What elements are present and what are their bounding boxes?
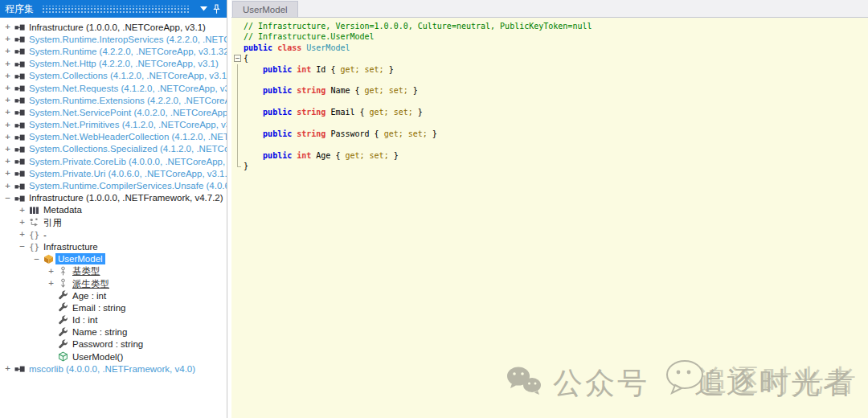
tree-item[interactable]: +System.Net.Requests (4.1.2.0, .NETCoreA… (0, 82, 227, 94)
expand-icon[interactable]: + (2, 157, 13, 166)
panel-drag-grip[interactable] (42, 6, 190, 13)
expand-icon[interactable]: + (2, 364, 13, 373)
expand-icon[interactable]: + (2, 182, 13, 191)
tree-item-label[interactable]: Infrastructure (1.0.0.0, .NETFramework, … (27, 192, 226, 203)
expand-icon[interactable]: + (2, 59, 13, 68)
tree-item-label[interactable]: - (41, 229, 49, 240)
chevron-down-icon[interactable] (198, 2, 209, 15)
expand-icon[interactable]: + (17, 206, 27, 215)
tree-item[interactable]: +{}- (0, 228, 227, 240)
tree-item[interactable]: +System.Net.ServicePoint (4.0.2.0, .NETC… (0, 106, 227, 118)
property-icon (56, 302, 70, 314)
expand-icon[interactable]: + (2, 96, 13, 104)
tree-item[interactable]: +System.Runtime.InteropServices (4.2.2.0… (0, 33, 227, 45)
tree-item-label[interactable]: System.Collections (4.1.2.0, .NETCoreApp… (27, 70, 227, 81)
tree-item[interactable]: −{}Infrastructure (0, 240, 227, 252)
tree-item[interactable]: +System.Net.Http (4.2.2.0, .NETCoreApp, … (0, 58, 227, 70)
code-token: int (297, 151, 311, 160)
tree-item-label[interactable]: System.Net.WebHeaderCollection (4.1.2.0,… (27, 131, 227, 142)
tree-item[interactable]: Id : int (0, 314, 227, 326)
tree-item-label[interactable]: System.Runtime.CompilerServices.Unsafe (… (27, 180, 227, 191)
tree-item[interactable]: +System.Runtime.CompilerServices.Unsafe … (0, 179, 227, 191)
collapse-icon[interactable]: − (17, 242, 27, 251)
tree-item[interactable]: −Infrastructure (1.0.0.0, .NETFramework,… (0, 192, 227, 204)
expand-icon[interactable]: + (2, 121, 13, 129)
tree-item-label[interactable]: System.Net.Requests (4.1.2.0, .NETCoreAp… (27, 83, 227, 94)
tree-item-label[interactable]: Infrastructure (1.0.0.0, .NETCoreApp, v3… (27, 22, 208, 33)
expand-icon[interactable]: + (2, 47, 13, 55)
expand-icon[interactable]: + (46, 279, 56, 288)
tree-item[interactable]: UserModel() (0, 350, 227, 363)
svg-text:{}: {} (29, 230, 39, 240)
assembly-icon (13, 156, 27, 167)
tree-item[interactable]: +派生类型 (0, 277, 227, 289)
expand-icon[interactable]: + (2, 35, 13, 43)
tree-item[interactable]: +System.Collections.Specialized (4.1.2.0… (0, 143, 227, 155)
tree-item-label[interactable]: Password : string (70, 338, 145, 350)
tree-item[interactable]: +mscorlib (4.0.0.0, .NETFramework, v4.0) (0, 363, 227, 375)
tree-item[interactable]: Email : string (0, 301, 227, 314)
tree-item-label[interactable]: System.Runtime.InteropServices (4.2.2.0,… (27, 34, 227, 45)
property-icon (56, 338, 70, 350)
code-line: public string Name { get; set; } (233, 85, 868, 96)
expand-icon[interactable]: + (2, 72, 13, 80)
expand-icon[interactable]: + (17, 230, 27, 239)
tree-item[interactable]: −UserModel (0, 253, 227, 265)
tree-item-label[interactable]: System.Runtime.Extensions (4.2.2.0, .NET… (27, 95, 227, 106)
tree-item[interactable]: +Infrastructure (1.0.0.0, .NETCoreApp, v… (0, 21, 227, 33)
tree-item-label[interactable]: UserModel() (70, 351, 125, 363)
tree-item-label[interactable]: System.Private.CoreLib (4.0.0.0, .NETCor… (27, 156, 227, 167)
tree-item-label[interactable]: mscorlib (4.0.0.0, .NETFramework, v4.0) (27, 363, 198, 375)
expand-icon[interactable]: + (2, 108, 13, 117)
tree-item-label[interactable]: UserModel (55, 253, 105, 264)
tree-item[interactable]: +System.Private.Uri (4.0.6.0, .NETCoreAp… (0, 167, 227, 179)
references-icon (27, 217, 41, 228)
expand-icon[interactable]: + (2, 23, 13, 31)
expand-icon[interactable]: + (2, 133, 13, 141)
tree-item[interactable]: +基类型 (0, 265, 227, 277)
tab-usermodel[interactable]: UserModel (232, 1, 298, 17)
tree-item-label[interactable]: System.Net.Primitives (4.1.2.0, .NETCore… (27, 119, 227, 130)
tree-item-label[interactable]: System.Net.Http (4.2.2.0, .NETCoreApp, v… (27, 58, 221, 69)
tree-item[interactable]: +引用 (0, 216, 227, 228)
code-view[interactable]: // Infrastructure, Version=1.0.0.0, Cult… (231, 18, 868, 418)
expand-icon[interactable]: + (17, 218, 27, 227)
code-line (233, 75, 868, 85)
tree-item-label[interactable]: 引用 (41, 217, 64, 228)
tree-item[interactable]: +System.Runtime (4.2.2.0, .NETCoreApp, v… (0, 45, 227, 57)
tree-item-label[interactable]: Age : int (70, 290, 108, 301)
tree-item-label[interactable]: System.Collections.Specialized (4.1.2.0,… (27, 143, 227, 154)
tree-item-label[interactable]: System.Net.ServicePoint (4.0.2.0, .NETCo… (27, 107, 227, 118)
tree-item[interactable]: +System.Collections (4.1.2.0, .NETCoreAp… (0, 70, 227, 82)
code-token: public (263, 129, 297, 138)
assemblies-panel-header[interactable]: 程序集 (0, 0, 227, 18)
tree-item-label[interactable]: 基类型 (70, 265, 103, 277)
tab-label: UserModel (243, 5, 288, 14)
tree-item-label[interactable]: Infrastructure (41, 241, 100, 252)
tree-item[interactable]: +System.Private.CoreLib (4.0.0.0, .NETCo… (0, 155, 227, 167)
expand-icon[interactable]: + (2, 169, 13, 178)
wechat-icon (505, 365, 543, 400)
tree-item-label[interactable]: System.Runtime (4.2.2.0, .NETCoreApp, v3… (27, 46, 227, 57)
tree-item[interactable]: +System.Net.WebHeaderCollection (4.1.2.0… (0, 131, 227, 143)
expand-icon[interactable]: + (2, 145, 13, 154)
expand-icon[interactable]: + (2, 84, 13, 92)
tree-item[interactable]: +System.Runtime.Extensions (4.2.2.0, .NE… (0, 94, 227, 106)
collapse-icon[interactable]: − (31, 255, 42, 264)
code-token: UserModel (306, 43, 350, 52)
tree-item-label[interactable]: Id : int (70, 314, 100, 326)
tree-item[interactable]: Name : string (0, 326, 227, 338)
fold-marker[interactable]: − (233, 53, 244, 64)
tree-item[interactable]: Age : int (0, 289, 227, 301)
tree-item-label[interactable]: 派生类型 (70, 278, 112, 289)
tree-item-label[interactable]: Metadata (41, 204, 84, 215)
tree-item[interactable]: +Metadata (0, 204, 227, 216)
tree-item-label[interactable]: Name : string (70, 326, 129, 338)
tree-item[interactable]: +System.Net.Primitives (4.1.2.0, .NETCor… (0, 119, 227, 131)
tree-item-label[interactable]: Email : string (70, 302, 128, 314)
tree-item[interactable]: Password : string (0, 338, 227, 350)
collapse-icon[interactable]: − (2, 194, 13, 203)
expand-icon[interactable]: + (46, 267, 56, 276)
tree-item-label[interactable]: System.Private.Uri (4.0.6.0, .NETCoreApp… (27, 168, 227, 179)
pin-icon[interactable] (211, 2, 222, 15)
